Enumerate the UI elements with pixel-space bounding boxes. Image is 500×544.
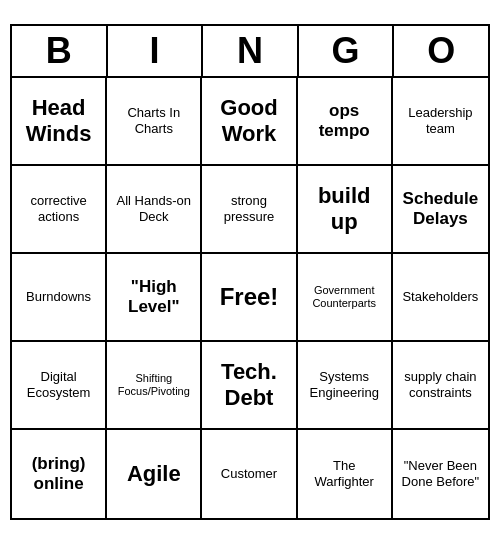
bingo-cell-r1c4: ops tempo [298,78,393,166]
bingo-cell-r3c5: Stakeholders [393,254,488,342]
bingo-cell-r2c5: Schedule Delays [393,166,488,254]
bingo-header-letter: O [394,26,488,76]
bingo-grid: Head WindsCharts In ChartsGood Workops t… [12,78,488,518]
bingo-cell-r5c1: (bring) online [12,430,107,518]
bingo-card: BINGO Head WindsCharts In ChartsGood Wor… [10,24,490,520]
bingo-cell-r1c3: Good Work [202,78,297,166]
bingo-cell-r5c2: Agile [107,430,202,518]
bingo-cell-r1c1: Head Winds [12,78,107,166]
bingo-cell-r3c1: Burndowns [12,254,107,342]
bingo-cell-r2c2: All Hands-on Deck [107,166,202,254]
bingo-cell-r4c2: Shifting Focus/Pivoting [107,342,202,430]
bingo-cell-r1c2: Charts In Charts [107,78,202,166]
bingo-cell-r3c3: Free! [202,254,297,342]
bingo-cell-r3c2: "High Level" [107,254,202,342]
bingo-cell-r2c1: corrective actions [12,166,107,254]
bingo-cell-r2c3: strong pressure [202,166,297,254]
bingo-cell-r1c5: Leadership team [393,78,488,166]
bingo-header-letter: B [12,26,108,76]
bingo-cell-r4c4: Systems Engineering [298,342,393,430]
bingo-header: BINGO [12,26,488,78]
bingo-cell-r4c1: Digital Ecosystem [12,342,107,430]
bingo-cell-r2c4: build up [298,166,393,254]
bingo-cell-r5c4: The Warfighter [298,430,393,518]
bingo-cell-r5c5: "Never Been Done Before" [393,430,488,518]
bingo-cell-r5c3: Customer [202,430,297,518]
bingo-header-letter: I [108,26,204,76]
bingo-header-letter: G [299,26,395,76]
bingo-cell-r4c5: supply chain constraints [393,342,488,430]
bingo-cell-r4c3: Tech. Debt [202,342,297,430]
bingo-header-letter: N [203,26,299,76]
bingo-cell-r3c4: Government Counterparts [298,254,393,342]
